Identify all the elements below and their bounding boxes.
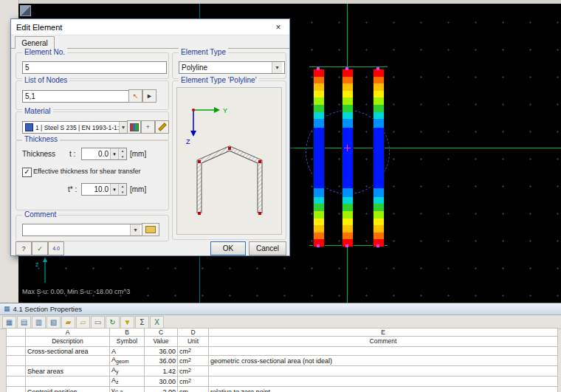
edit-table-icon[interactable]: ▧ (47, 316, 61, 329)
table-cell[interactable]: Cross-sectional area (26, 347, 110, 356)
table-row[interactable]: Ageom36.00cm2geometric cross-sectional a… (7, 356, 558, 366)
column-letter[interactable]: E (209, 329, 558, 337)
pick-nodes-button[interactable]: ↖ (128, 89, 142, 103)
table-row[interactable]: Centroid positionyC,02.00cmrelative to z… (7, 387, 558, 392)
table-row[interactable]: Az30.00cm2 (7, 376, 558, 387)
shear-transfer-checkbox[interactable]: ✓ (22, 168, 32, 177)
thickness-t-spinner[interactable]: 0.0 ▾ ▴ ▾ (81, 148, 127, 160)
table-cell[interactable]: A (110, 347, 145, 356)
result-member-bar[interactable] (373, 69, 385, 247)
spin-up-icon[interactable]: ▴ (119, 184, 126, 190)
element-no-input[interactable]: 5 (22, 61, 167, 74)
apply-button[interactable]: ✓ (32, 241, 48, 255)
column-letter[interactable]: A (26, 329, 110, 337)
node-marker[interactable] (317, 244, 320, 247)
dialog-titlebar[interactable]: Edit Element × (11, 19, 289, 35)
new-material-button[interactable]: + (141, 120, 155, 134)
chevron-down-icon[interactable]: ▾ (110, 184, 118, 195)
spin-down-icon[interactable]: ▾ (119, 154, 126, 160)
row-selector[interactable] (7, 347, 26, 356)
row-selector[interactable] (7, 366, 26, 376)
panel-header[interactable]: ▦ 4.1 Section Properties (0, 303, 561, 315)
view-cube-icon[interactable] (20, 5, 31, 16)
table-cell[interactable]: cm (178, 387, 209, 392)
filter-icon[interactable]: ▼ (120, 316, 134, 329)
table-row[interactable]: Cross-sectional areaA36.00cm2 (7, 347, 558, 356)
table-cell[interactable]: cm2 (178, 376, 209, 387)
column-header[interactable]: Unit (178, 337, 209, 347)
table-cell[interactable] (209, 376, 558, 387)
node-marker[interactable] (376, 244, 379, 247)
edit-material-button[interactable] (155, 120, 169, 134)
import-icon[interactable]: ▰ (61, 316, 75, 329)
chevron-down-icon[interactable]: ▾ (119, 122, 127, 133)
table-cell[interactable] (209, 366, 558, 376)
spin-down-icon[interactable]: ▾ (119, 190, 126, 196)
units-button[interactable]: 4.0 (48, 241, 64, 255)
table-cell[interactable]: cm2 (178, 356, 209, 366)
export-icon[interactable]: ▱ (76, 316, 90, 329)
table-cell[interactable]: cm2 (178, 347, 209, 356)
sum-icon[interactable]: Σ (135, 316, 149, 329)
table-rows-icon[interactable]: ▤ (17, 316, 31, 329)
chevron-down-icon[interactable]: ▾ (130, 224, 140, 235)
node-marker[interactable] (317, 67, 320, 70)
table-cell[interactable]: 2.00 (145, 387, 178, 392)
close-icon[interactable]: × (267, 22, 289, 32)
column-header[interactable]: Value (145, 337, 178, 347)
column-header[interactable]: Symbol (110, 337, 145, 347)
table-cell[interactable]: Az (110, 376, 145, 387)
node-marker[interactable] (345, 244, 348, 247)
table-corner[interactable] (7, 337, 26, 347)
result-member-bar[interactable] (313, 69, 325, 247)
table-cell[interactable]: 36.00 (145, 347, 178, 356)
table-cell[interactable]: Ageom (110, 356, 145, 366)
ok-button[interactable]: OK (210, 241, 246, 255)
spin-up-icon[interactable]: ▴ (119, 148, 126, 154)
chevron-down-icon[interactable]: ▾ (110, 148, 118, 159)
row-selector[interactable] (7, 387, 26, 392)
table-row[interactable]: Shear areasAy1.42cm2 (7, 366, 558, 376)
column-letter[interactable]: D (178, 329, 209, 337)
table-corner[interactable] (7, 329, 26, 337)
table-cell[interactable]: 30.00 (145, 376, 178, 387)
tab-general[interactable]: General (15, 36, 55, 49)
comment-input[interactable]: ▾ (22, 224, 143, 236)
column-header[interactable]: Comment (209, 337, 558, 347)
material-select[interactable]: 1 | Steel S 235 | EN 1993-1-1:2005-05 ▾ (22, 121, 130, 134)
cancel-button[interactable]: Cancel (249, 241, 286, 255)
table-cell[interactable]: Centroid position (26, 387, 110, 392)
print-icon[interactable]: ▭ (91, 316, 105, 329)
element-type-select[interactable]: Polyline ▾ (179, 61, 285, 74)
select-nodes-button[interactable]: ► (142, 89, 156, 103)
table-cell[interactable] (26, 376, 110, 387)
comment-templates-button[interactable] (142, 223, 159, 236)
row-selector[interactable] (7, 356, 26, 366)
table-cell[interactable]: cm2 (178, 366, 209, 376)
help-button[interactable]: ? (16, 241, 32, 255)
column-letter[interactable]: B (110, 329, 145, 337)
table-settings-icon[interactable]: ▦ (2, 316, 16, 329)
node-marker[interactable] (345, 67, 348, 70)
row-selector[interactable] (7, 376, 26, 387)
material-library-button[interactable] (127, 120, 141, 134)
table-cell[interactable] (26, 356, 110, 366)
table-cell[interactable]: Shear areas (26, 366, 110, 376)
table-columns-icon[interactable]: ▥ (32, 316, 46, 329)
column-letter[interactable]: C (145, 329, 178, 337)
table-cell[interactable] (209, 347, 558, 356)
excel-export-icon[interactable]: X (150, 316, 164, 329)
refresh-icon[interactable]: ↻ (106, 316, 120, 329)
thickness-tstar-spinner[interactable]: 10.0 ▾ ▴ ▾ (81, 183, 127, 196)
table-cell[interactable]: yC,0 (110, 387, 145, 392)
chevron-down-icon[interactable]: ▾ (272, 62, 282, 73)
table-cell[interactable]: 1.42 (145, 366, 178, 376)
table-cell[interactable]: 36.00 (145, 356, 178, 366)
result-member-bar[interactable] (342, 69, 354, 247)
table-cell[interactable]: geometric cross-sectional area (not idea… (209, 356, 558, 366)
list-of-nodes-input[interactable]: 5,1 (22, 90, 130, 103)
table-cell[interactable]: relative to zero point (209, 387, 558, 392)
column-header[interactable]: Description (26, 337, 110, 347)
node-marker[interactable] (376, 67, 379, 70)
table-cell[interactable]: Ay (110, 366, 145, 376)
